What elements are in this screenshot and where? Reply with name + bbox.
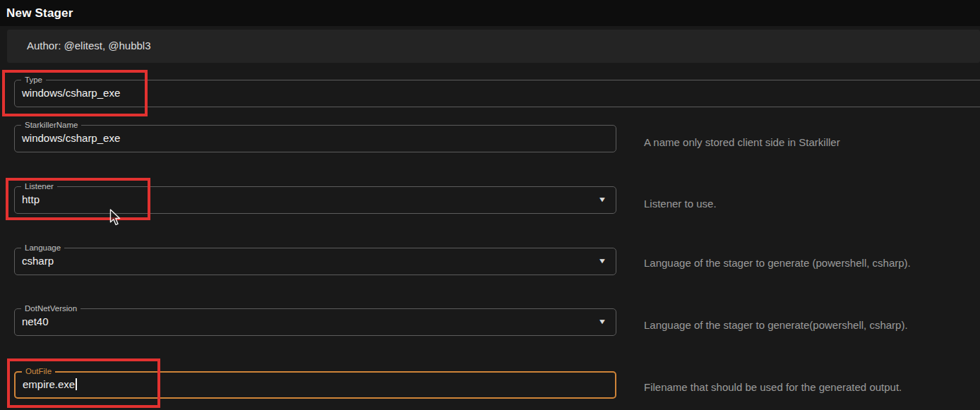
listener-description: Listener to use. [644, 198, 717, 210]
mouse-cursor-icon [109, 209, 121, 226]
dropdown-arrow-icon[interactable]: ▼ [598, 196, 607, 203]
new-stager-screen: New Stager Author: @elitest, @hubbl3 Typ… [0, 0, 980, 410]
dropdown-arrow-icon[interactable]: ▼ [598, 258, 607, 265]
text-caret [76, 378, 77, 390]
outfile-description: Filename that should be used for the gen… [644, 381, 902, 393]
starkiller-name-description: A name only stored client side in Starki… [644, 136, 840, 148]
outfile-field-text: empire.exe [23, 378, 75, 390]
dotnet-version-select[interactable]: DotNetVersion net40 ▼ [14, 308, 616, 336]
dropdown-arrow-icon[interactable]: ▼ [598, 318, 607, 325]
page-title: New Stager [6, 6, 73, 20]
outfile-field[interactable]: OutFile empire.exe [14, 371, 616, 399]
type-field-value: windows/csharp_exe [22, 80, 120, 106]
author-card: Author: @elitest, @hubbl3 [7, 30, 980, 63]
outfile-field-value: empire.exe [23, 372, 77, 397]
starkiller-name-field[interactable]: StarkillerName windows/csharp_exe [14, 125, 616, 152]
language-description: Language of the stager to generate (powe… [644, 257, 911, 269]
starkiller-name-field-value: windows/csharp_exe [22, 126, 120, 151]
listener-select[interactable]: Listener http ▼ [14, 186, 616, 214]
language-select-value: csharp [22, 248, 54, 274]
page-header: New Stager [0, 0, 980, 26]
dotnet-version-description: Language of the stager to generate(power… [644, 319, 908, 331]
type-field[interactable]: Type windows/csharp_exe [14, 80, 980, 107]
dotnet-version-select-value: net40 [22, 309, 49, 334]
listener-select-value: http [22, 187, 40, 212]
author-text: Author: @elitest, @hubbl3 [27, 40, 151, 52]
language-select[interactable]: Language csharp ▼ [14, 248, 616, 275]
